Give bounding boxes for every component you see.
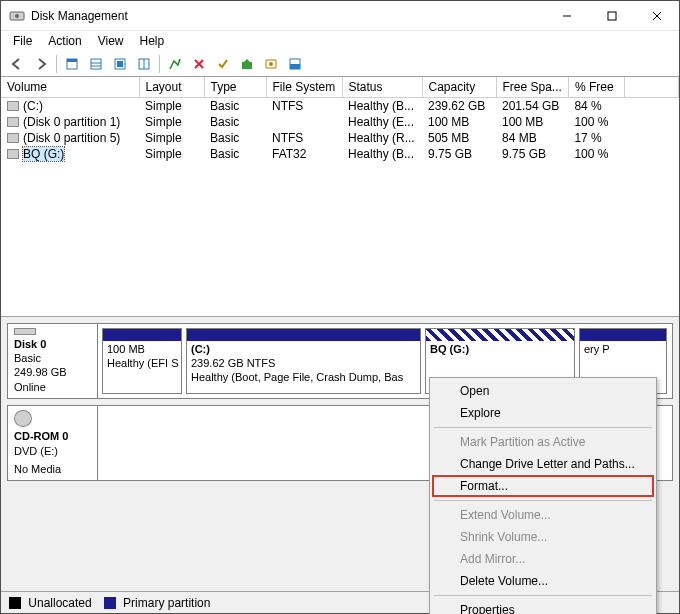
cell-type: Basic bbox=[204, 130, 266, 146]
partition-stripe bbox=[426, 329, 574, 341]
col-spacer bbox=[624, 77, 678, 98]
svg-rect-3 bbox=[608, 12, 616, 20]
menu-item-change-drive-letter-and-paths[interactable]: Change Drive Letter and Paths... bbox=[432, 453, 654, 475]
table-row[interactable]: (Disk 0 partition 1)SimpleBasicHealthy (… bbox=[1, 114, 679, 130]
partition-block[interactable]: 100 MBHealthy (EFI S bbox=[102, 328, 182, 394]
cell-fs: FAT32 bbox=[266, 146, 342, 162]
col-filesystem[interactable]: File System bbox=[266, 77, 342, 98]
partition-size: 100 MB bbox=[107, 343, 177, 357]
cell-free: 100 MB bbox=[496, 114, 568, 130]
col-layout[interactable]: Layout bbox=[139, 77, 204, 98]
partition-block[interactable]: (C:)239.62 GB NTFSHealthy (Boot, Page Fi… bbox=[186, 328, 421, 394]
swatch-unallocated bbox=[9, 597, 21, 609]
cell-capacity: 9.75 GB bbox=[422, 146, 496, 162]
menu-action[interactable]: Action bbox=[40, 32, 89, 50]
cell-fs: NTFS bbox=[266, 130, 342, 146]
cell-type: Basic bbox=[204, 114, 266, 130]
svg-rect-8 bbox=[91, 59, 101, 69]
menu-file[interactable]: File bbox=[5, 32, 40, 50]
toolbar bbox=[1, 51, 679, 77]
volume-name: (Disk 0 partition 1) bbox=[23, 115, 120, 129]
partition-stripe bbox=[580, 329, 666, 341]
menu-item-add-mirror: Add Mirror... bbox=[432, 548, 654, 570]
cell-capacity: 505 MB bbox=[422, 130, 496, 146]
disk0-label[interactable]: Disk 0 Basic 249.98 GB Online bbox=[8, 324, 98, 398]
menu-help[interactable]: Help bbox=[132, 32, 173, 50]
titlebar: Disk Management bbox=[1, 1, 679, 31]
volume-name: (C:) bbox=[23, 99, 43, 113]
minimize-button[interactable] bbox=[544, 1, 589, 30]
menu-item-format[interactable]: Format... bbox=[432, 475, 654, 497]
menu-view[interactable]: View bbox=[90, 32, 132, 50]
cell-type: Basic bbox=[204, 98, 266, 115]
cell-status: Healthy (R... bbox=[342, 130, 422, 146]
cell-layout: Simple bbox=[139, 130, 204, 146]
cell-pct: 17 % bbox=[568, 130, 624, 146]
menu-item-mark-partition-as-active: Mark Partition as Active bbox=[432, 431, 654, 453]
cdrom-status: No Media bbox=[14, 462, 91, 476]
close-button[interactable] bbox=[634, 1, 679, 30]
disk0-size: 249.98 GB bbox=[14, 365, 91, 379]
menu-separator bbox=[434, 427, 652, 428]
maximize-button[interactable] bbox=[589, 1, 634, 30]
volume-table: Volume Layout Type File System Status Ca… bbox=[1, 77, 679, 162]
cdrom-icon bbox=[14, 410, 32, 427]
col-volume[interactable]: Volume bbox=[1, 77, 139, 98]
col-capacity[interactable]: Capacity bbox=[422, 77, 496, 98]
cdrom-label[interactable]: CD-ROM 0 DVD (E:) No Media bbox=[8, 406, 98, 480]
toolbar-icon-2[interactable] bbox=[85, 53, 107, 75]
swatch-primary bbox=[104, 597, 116, 609]
cell-free: 9.75 GB bbox=[496, 146, 568, 162]
disk0-name: Disk 0 bbox=[14, 337, 91, 351]
drive-icon bbox=[7, 117, 19, 127]
check-icon[interactable] bbox=[212, 53, 234, 75]
back-button[interactable] bbox=[6, 53, 28, 75]
drive-icon bbox=[7, 149, 19, 159]
volume-list-pane[interactable]: Volume Layout Type File System Status Ca… bbox=[1, 77, 679, 317]
disk-management-window: Disk Management File Action View Help bbox=[0, 0, 680, 614]
svg-point-1 bbox=[15, 14, 19, 18]
disk0-status: Online bbox=[14, 380, 91, 394]
cell-status: Healthy (B... bbox=[342, 98, 422, 115]
table-row[interactable]: (Disk 0 partition 5)SimpleBasicNTFSHealt… bbox=[1, 130, 679, 146]
toolbar-icon-5[interactable] bbox=[236, 53, 258, 75]
cell-pct: 84 % bbox=[568, 98, 624, 115]
cell-free: 201.54 GB bbox=[496, 98, 568, 115]
toolbar-icon-7[interactable] bbox=[284, 53, 306, 75]
disk-icon bbox=[14, 328, 36, 335]
menu-item-explore[interactable]: Explore bbox=[432, 402, 654, 424]
delete-icon[interactable] bbox=[188, 53, 210, 75]
settings-icon[interactable] bbox=[164, 53, 186, 75]
menu-separator bbox=[434, 500, 652, 501]
legend-unallocated: Unallocated bbox=[9, 596, 92, 610]
svg-point-19 bbox=[269, 62, 273, 66]
menu-item-properties[interactable]: Properties bbox=[432, 599, 654, 614]
menu-item-open[interactable]: Open bbox=[432, 380, 654, 402]
cell-layout: Simple bbox=[139, 114, 204, 130]
col-pctfree[interactable]: % Free bbox=[568, 77, 624, 98]
toolbar-icon-3[interactable] bbox=[109, 53, 131, 75]
svg-rect-17 bbox=[242, 62, 252, 69]
svg-rect-21 bbox=[290, 64, 300, 69]
cdrom-name: CD-ROM 0 bbox=[14, 429, 91, 443]
disk0-type: Basic bbox=[14, 351, 91, 365]
partition-status: Healthy (Boot, Page File, Crash Dump, Ba… bbox=[191, 371, 416, 385]
toolbar-icon-6[interactable] bbox=[260, 53, 282, 75]
table-row[interactable]: (C:)SimpleBasicNTFSHealthy (B...239.62 G… bbox=[1, 98, 679, 115]
drive-icon bbox=[7, 101, 19, 111]
forward-button[interactable] bbox=[30, 53, 52, 75]
svg-rect-12 bbox=[117, 61, 123, 67]
cell-layout: Simple bbox=[139, 146, 204, 162]
menu-separator bbox=[434, 595, 652, 596]
cell-pct: 100 % bbox=[568, 114, 624, 130]
toolbar-icon-1[interactable] bbox=[61, 53, 83, 75]
table-row[interactable]: BQ (G:)SimpleBasicFAT32Healthy (B...9.75… bbox=[1, 146, 679, 162]
menu-item-delete-volume[interactable]: Delete Volume... bbox=[432, 570, 654, 592]
cell-layout: Simple bbox=[139, 98, 204, 115]
cell-free: 84 MB bbox=[496, 130, 568, 146]
col-status[interactable]: Status bbox=[342, 77, 422, 98]
col-type[interactable]: Type bbox=[204, 77, 266, 98]
toolbar-icon-4[interactable] bbox=[133, 53, 155, 75]
cell-status: Healthy (B... bbox=[342, 146, 422, 162]
col-freespace[interactable]: Free Spa... bbox=[496, 77, 568, 98]
